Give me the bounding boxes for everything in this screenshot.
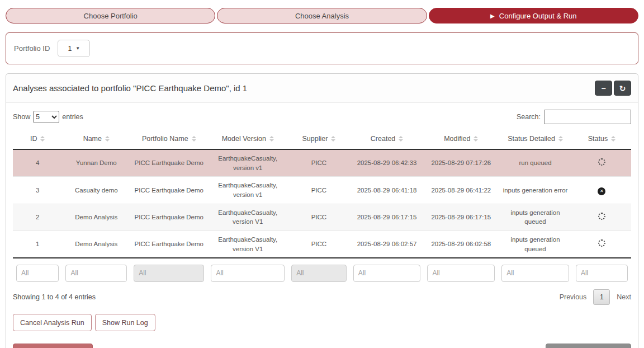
status-running-icon [598, 239, 605, 247]
column-header-modified[interactable]: Modified [424, 130, 498, 149]
column-header-name[interactable]: Name [62, 130, 130, 149]
showing-entries-text: Showing 1 to 4 of 4 entries [13, 293, 96, 301]
refresh-icon: ↻ [619, 84, 626, 93]
table-header-row: ID Name Portfolio Name Model Version Sup… [13, 130, 631, 149]
page-length-select[interactable]: 5 [33, 111, 59, 123]
portfolio-id-value: 1 [68, 45, 72, 53]
cancel-analysis-run-button[interactable]: Cancel Analysis Run [13, 314, 92, 331]
run-actions: Cancel Analysis Run Show Run Log [13, 314, 631, 331]
portfolio-id-bar: Portfolio ID 1 ▼ [6, 32, 638, 64]
minus-icon: − [601, 84, 605, 93]
show-label: Show [13, 113, 30, 121]
sort-icon [40, 136, 45, 142]
table-row-analysis-3[interactable]: 3 Casualty demo PICC Earthquake Demo Ear… [13, 177, 631, 204]
page: Choose Portfolio Choose Analysis ▶ Confi… [0, 0, 644, 348]
column-header-portfolio-name[interactable]: Portfolio Name [130, 130, 207, 149]
sort-icon [331, 136, 335, 142]
column-header-status-detailed[interactable]: Status Detailed [498, 130, 572, 149]
bottom-actions: Output Configuration Proceed to Dashboar… [13, 344, 631, 348]
filter-input-status-detailed[interactable] [501, 265, 569, 282]
show-entries: Show 5 entries [13, 111, 83, 123]
caret-down-icon: ▼ [75, 46, 80, 51]
analyses-panel-title: Analyses associated to portfolio "PICC E… [13, 83, 247, 93]
sort-icon [269, 136, 274, 142]
filter-input-model-version[interactable] [211, 265, 285, 282]
sort-icon [399, 136, 403, 142]
column-header-supplier[interactable]: Supplier [288, 130, 350, 149]
next-page-button[interactable]: Next [617, 293, 631, 301]
caret-right-icon: ▶ [490, 13, 495, 19]
table-footer: Showing 1 to 4 of 4 entries Previous 1 N… [13, 289, 631, 305]
analyses-panel: Analyses associated to portfolio "PICC E… [6, 73, 638, 348]
sort-icon [105, 136, 110, 142]
previous-page-button[interactable]: Previous [560, 293, 587, 301]
search-area: Search: [517, 110, 631, 124]
column-header-model-version[interactable]: Model Version [207, 130, 288, 149]
tab-label: Configure Output & Run [499, 12, 577, 20]
show-run-log-button[interactable]: Show Run Log [95, 314, 155, 331]
table-controls: Show 5 entries Search: [13, 110, 631, 124]
page-number-button[interactable]: 1 [593, 289, 610, 305]
column-filter-row [13, 258, 631, 285]
filter-input-id[interactable] [16, 265, 59, 282]
filter-input-modified[interactable] [427, 265, 495, 282]
status-running-icon [598, 158, 605, 166]
proceed-to-dashboard-button[interactable]: Proceed to Dashboard [546, 344, 631, 348]
tab-label: Choose Analysis [295, 12, 349, 20]
entries-label: entries [62, 113, 83, 121]
column-header-created[interactable]: Created [350, 130, 424, 149]
filter-input-name[interactable] [65, 265, 127, 282]
panel-buttons: − ↻ [595, 81, 631, 96]
collapse-panel-button[interactable]: − [595, 81, 612, 96]
filter-input-supplier [291, 265, 347, 282]
column-header-id[interactable]: ID [13, 130, 62, 149]
table-row-analysis-2[interactable]: 2 Demo Analysis PICC Earthquake Demo Ear… [13, 204, 631, 231]
analyses-panel-header: Analyses associated to portfolio "PICC E… [6, 74, 638, 103]
filter-input-portfolio-name [134, 265, 204, 282]
output-configuration-button[interactable]: Output Configuration [13, 344, 93, 348]
portfolio-id-label: Portfolio ID [14, 44, 50, 53]
search-input[interactable] [544, 110, 631, 124]
status-running-icon [598, 213, 605, 220]
portfolio-id-select[interactable]: 1 ▼ [58, 40, 90, 57]
status-error-icon: ✕ [598, 187, 605, 195]
sort-icon [473, 136, 478, 142]
refresh-button[interactable]: ↻ [614, 81, 631, 96]
sort-icon [558, 136, 563, 142]
filter-input-status[interactable] [576, 265, 628, 282]
sort-icon [611, 136, 615, 142]
pagination: Previous 1 Next [560, 289, 631, 305]
filter-input-created[interactable] [353, 265, 421, 282]
tab-choose-analysis[interactable]: Choose Analysis [217, 8, 427, 23]
tab-choose-portfolio[interactable]: Choose Portfolio [6, 8, 215, 23]
analyses-panel-body: Show 5 entries Search: [6, 103, 638, 348]
column-header-status[interactable]: Status [572, 130, 631, 149]
sort-icon [192, 136, 196, 142]
search-label: Search: [517, 113, 541, 121]
table-row-analysis-1[interactable]: 1 Demo Analysis PICC Earthquake Demo Ear… [13, 231, 631, 258]
table-row-analysis-4[interactable]: 4 Yunnan Demo PICC Earthquake Demo Earth… [13, 149, 631, 177]
tab-label: Choose Portfolio [84, 12, 138, 20]
wizard-tabs: Choose Portfolio Choose Analysis ▶ Confi… [6, 8, 638, 23]
tab-configure-output-run[interactable]: ▶ Configure Output & Run [429, 8, 638, 23]
analyses-table: ID Name Portfolio Name Model Version Sup… [13, 130, 631, 285]
